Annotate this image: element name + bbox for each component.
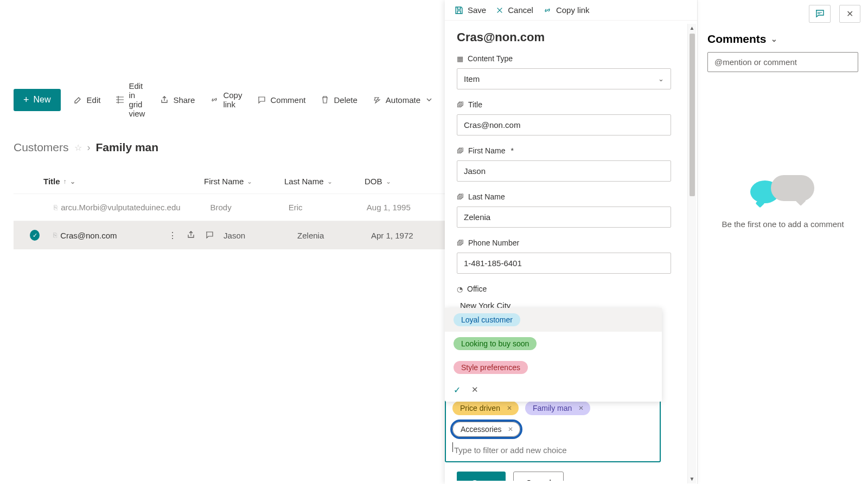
choice-option[interactable]: Loyal customer	[445, 308, 662, 332]
panel-save-button[interactable]: Save	[455, 5, 486, 15]
chevron-down-icon: ⌄	[771, 35, 777, 43]
comments-header: ✕	[698, 0, 868, 23]
col-dob[interactable]: DOB ⌄	[365, 177, 445, 186]
text-caret	[452, 442, 453, 452]
trash-icon	[321, 95, 329, 104]
chevron-down-icon: ⌄	[658, 75, 664, 83]
copy-label: Copy link	[223, 91, 242, 109]
col-title[interactable]: Title ↑ ⌄	[43, 177, 204, 186]
row-first-name: Jason	[224, 231, 297, 240]
breadcrumb-leaf: Family man	[96, 141, 159, 154]
plus-icon: +	[23, 94, 29, 106]
choice-options-dropdown: Loyal customer Looking to buy soon Style…	[445, 308, 662, 402]
selected-tag: Family man ✕	[525, 401, 590, 415]
chevron-down-icon: ⌄	[70, 178, 75, 185]
row-comment-icon[interactable]	[205, 230, 214, 241]
comments-input[interactable]: @mention or comment	[707, 52, 858, 72]
pencil-icon	[74, 95, 82, 104]
tags-text-input[interactable]	[454, 443, 653, 457]
last-name-input[interactable]	[457, 206, 671, 228]
phone-label: Phone Number	[468, 238, 519, 247]
content-type-icon: ▦	[457, 55, 463, 63]
choice-option[interactable]: Style preferences	[445, 356, 662, 379]
comments-empty-state: Be the first one to add a comment	[698, 175, 868, 229]
first-name-input[interactable]	[457, 160, 671, 182]
panel-cancel-button[interactable]: Cancel	[496, 5, 533, 15]
link-icon	[210, 95, 219, 104]
row-title: arcu.Morbi@vulputateduinec.edu	[61, 203, 180, 212]
panel-title: Cras@non.com	[457, 30, 680, 44]
row-dob: Aug 1, 1995	[367, 203, 445, 212]
title-input[interactable]	[457, 114, 671, 135]
edit-label: Edit	[87, 95, 101, 105]
copy-link-button[interactable]: Copy link	[202, 85, 250, 114]
comment-button[interactable]: Comment	[250, 90, 313, 110]
chevron-down-icon: ⌄	[386, 178, 391, 185]
breadcrumb-root[interactable]: Customers	[14, 141, 69, 154]
panel-copy-link-button[interactable]: Copy link	[543, 5, 590, 15]
choice-pill: Looking to buy soon	[454, 337, 537, 350]
title-label: Title	[468, 100, 482, 109]
table-row[interactable]: ⎘ arcu.Morbi@vulputateduinec.edu Brody E…	[14, 193, 445, 221]
delete-button[interactable]: Delete	[313, 90, 365, 110]
chevron-down-icon: ⌄	[327, 178, 333, 185]
form-save-button[interactable]: Save	[457, 472, 506, 481]
delete-label: Delete	[334, 95, 357, 105]
table-header: Title ↑ ⌄ First Name ⌄ Last Name ⌄ DOB ⌄	[14, 170, 445, 193]
choice-cancel-icon[interactable]: ✕	[471, 385, 478, 395]
tag-remove-icon[interactable]: ✕	[506, 425, 515, 433]
content-type-value: Item	[464, 74, 480, 83]
close-panel-icon[interactable]: ✕	[839, 5, 860, 23]
col-last-name[interactable]: Last Name ⌄	[284, 177, 365, 186]
comments-empty-text: Be the first one to add a comment	[722, 220, 844, 229]
choice-confirm-icon[interactable]: ✓	[454, 385, 461, 395]
content-type-select[interactable]: Item ⌄	[457, 68, 671, 89]
automate-icon	[373, 95, 381, 104]
panel-body: Cras@non.com ▦ Content Type Item ⌄ 🗊 Tit…	[445, 21, 697, 481]
new-button[interactable]: + New	[14, 89, 61, 111]
panel-header: Save Cancel Copy link	[445, 0, 697, 21]
choice-icon: ◔	[457, 285, 463, 293]
comments-title[interactable]: Comments ⌄	[698, 23, 868, 52]
sort-up-icon: ↑	[63, 178, 67, 185]
automate-button[interactable]: Automate	[365, 90, 440, 110]
comment-label: Comment	[270, 95, 305, 105]
selected-tag: Price driven ✕	[452, 401, 519, 415]
tag-remove-icon[interactable]: ✕	[505, 404, 514, 412]
row-more-icon[interactable]: ⋮	[168, 230, 177, 241]
selected-tag-highlighted: Accessories ✕	[452, 422, 520, 437]
breadcrumb: Customers ☆ › Family man	[14, 141, 445, 154]
comments-panel: ✕ Comments ⌄ @mention or comment Be the …	[697, 0, 868, 484]
breadcrumb-separator: ›	[87, 142, 91, 153]
choice-option[interactable]: Looking to buy soon	[445, 332, 662, 356]
comment-icon	[257, 95, 266, 104]
first-name-label: First Name	[468, 146, 505, 155]
tag-remove-icon[interactable]: ✕	[576, 404, 586, 412]
row-first-name: Brody	[210, 203, 289, 212]
panel-footer: Save Cancel	[457, 472, 564, 481]
phone-input[interactable]	[457, 253, 671, 274]
comments-toggle-icon[interactable]	[809, 5, 831, 23]
grid-icon	[116, 95, 124, 104]
new-label: New	[34, 95, 51, 105]
item-type-icon: ⎘	[53, 231, 57, 239]
edit-button[interactable]: Edit	[66, 90, 108, 110]
comments-empty-icon	[750, 175, 815, 208]
col-first-name[interactable]: First Name ⌄	[204, 177, 284, 186]
row-share-icon[interactable]	[187, 230, 195, 241]
office-label: Office	[467, 285, 487, 293]
required-indicator: *	[510, 146, 513, 155]
command-bar: + New Edit Edit in grid view Share Cop	[14, 76, 445, 124]
form-cancel-button[interactable]: Cancel	[513, 472, 564, 481]
main-list-area: + New Edit Edit in grid view Share Cop	[0, 0, 445, 484]
text-field-icon: 🗊	[457, 147, 464, 155]
table-row[interactable]: ✓ ⎘ Cras@non.com ⋮ Jason Zelenia Apr 1, …	[14, 221, 445, 249]
grid-view-button[interactable]: Edit in grid view	[108, 76, 152, 124]
tags-input-field[interactable]: Price driven ✕ Family man ✕ Accessories …	[445, 393, 661, 462]
favorite-star-icon[interactable]: ☆	[74, 143, 82, 153]
row-select-checked[interactable]: ✓	[30, 230, 40, 241]
row-last-name: Zelenia	[297, 231, 371, 240]
cancel-icon	[496, 7, 503, 14]
choice-pill: Loyal customer	[454, 313, 520, 326]
share-button[interactable]: Share	[152, 90, 202, 110]
